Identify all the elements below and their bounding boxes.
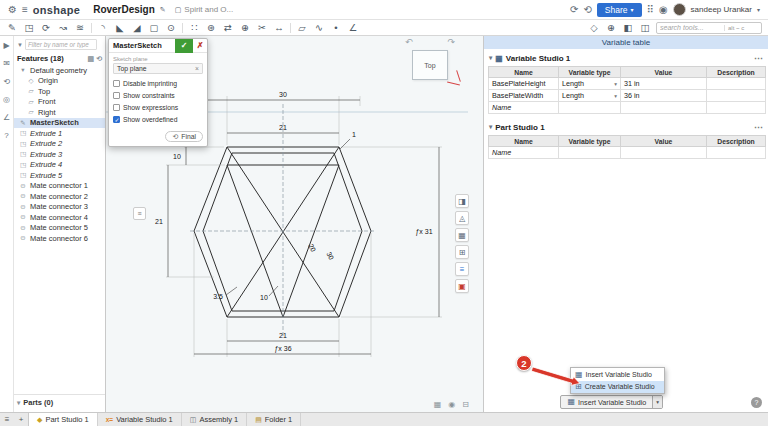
fillet-icon[interactable]: ◝	[97, 22, 109, 33]
plane-icon[interactable]: ▱	[296, 22, 308, 33]
dimension-label[interactable]: 1	[352, 131, 356, 138]
shell-icon[interactable]: ▢	[148, 22, 160, 33]
loft-icon[interactable]: ≋	[74, 22, 86, 33]
dimension-label[interactable]: 21	[279, 124, 287, 131]
split-icon[interactable]: ✂	[256, 22, 268, 33]
tab-assembly-1[interactable]: ◫ Assembly 1	[182, 413, 247, 426]
variable-value-cell[interactable]	[621, 147, 707, 159]
tree-item-mate-connector-6[interactable]: ⊙Mate connector 6	[14, 233, 105, 244]
tree-item-extrude-1[interactable]: ◳Extrude 1	[14, 128, 105, 139]
menu-item-insert-variable-studio[interactable]: ▦ Insert Variable Studio	[571, 368, 664, 381]
tree-item-mate-connector-3[interactable]: ⊙Mate connector 3	[14, 202, 105, 213]
user-name[interactable]: sandeep Urankar	[691, 5, 752, 14]
history-icon[interactable]: ⟲	[583, 5, 591, 15]
sync-status-icon[interactable]: ⟳	[570, 5, 578, 15]
rollback-icon[interactable]: ⟲	[96, 55, 102, 62]
variable-description-cell[interactable]	[707, 147, 766, 159]
tab-manager-icon[interactable]: ≡	[0, 413, 14, 426]
filter-funnel-icon[interactable]: ▼	[17, 42, 23, 48]
linear-pattern-icon[interactable]: ∷	[188, 22, 200, 33]
variable-type-cell[interactable]	[559, 147, 621, 159]
hole-icon[interactable]: ⊙	[165, 22, 177, 33]
chevron-down-icon[interactable]: ▾	[19, 66, 27, 74]
type-dropdown-icon[interactable]: ▾	[614, 93, 617, 99]
point-icon[interactable]: •	[330, 22, 342, 33]
checkbox-icon[interactable]	[113, 92, 120, 99]
menu-item-create-variable-studio[interactable]: ⊞ Create Variable Studio	[571, 381, 664, 394]
column-header[interactable]: Variable type	[559, 136, 621, 147]
section-variable-studio-1[interactable]: ▾ ▦ Variable Studio 1 ⋯	[484, 49, 768, 65]
column-header[interactable]: Name	[489, 136, 559, 147]
list-view-icon[interactable]: ▤	[88, 55, 95, 62]
variable-type-cell[interactable]	[559, 102, 621, 114]
breadcrumb[interactable]: ▢ Spirit and O...	[175, 5, 234, 14]
document-title[interactable]: RoverDesign	[93, 4, 155, 15]
avatar[interactable]	[673, 3, 686, 16]
view-orientation-icon[interactable]: ◇	[588, 22, 600, 33]
section-menu-icon[interactable]: ⋯	[754, 53, 763, 63]
variable-description-cell[interactable]	[707, 90, 766, 102]
column-header[interactable]: Name	[489, 67, 559, 78]
circular-pattern-icon[interactable]: ⊛	[205, 22, 217, 33]
dimension-label[interactable]: 20	[307, 243, 317, 253]
named-views-icon[interactable]: ▦	[455, 228, 469, 242]
checkbox-icon[interactable]	[113, 80, 120, 87]
search-tools-input[interactable]	[660, 24, 722, 31]
tab-part-studio-1[interactable]: ◆ Part Studio 1	[28, 413, 98, 426]
new-variable-name-cell[interactable]: Name	[489, 102, 559, 114]
comment-icon[interactable]: ✉	[3, 59, 10, 68]
brace-triangle[interactable]	[227, 165, 339, 317]
dimension-label[interactable]: 30	[325, 251, 335, 261]
variable-type-cell[interactable]: Length▾	[559, 78, 621, 90]
dimension-label[interactable]: 10	[260, 294, 268, 301]
cancel-button[interactable]: ✗	[193, 39, 207, 53]
tree-item-mate-connector-2[interactable]: ⊙Mate connector 2	[14, 191, 105, 202]
variable-description-cell[interactable]	[707, 102, 766, 114]
help-icon[interactable]: ?	[4, 131, 8, 140]
section-view-icon[interactable]: ◧	[622, 22, 634, 33]
tree-item-extrude-2[interactable]: ◳Extrude 2	[14, 139, 105, 150]
chevron-down-icon[interactable]: ▾	[489, 123, 492, 131]
variable-value-cell[interactable]	[621, 102, 707, 114]
record-icon[interactable]: ◉	[448, 400, 455, 409]
search-tools-box[interactable]: alt ~ c	[656, 22, 762, 34]
sketch-geometry[interactable]	[194, 147, 371, 317]
tree-item-top-plane[interactable]: ▱ Top	[14, 86, 105, 97]
variable-name-cell[interactable]: BasePlateHeight	[489, 78, 559, 90]
apps-grid-icon[interactable]: ⠿	[647, 5, 654, 15]
dimension-label[interactable]: ƒx 31	[415, 228, 432, 236]
chevron-down-icon[interactable]: ▾	[17, 399, 20, 407]
measure-icon[interactable]: ∠	[347, 22, 359, 33]
main-menu-icon[interactable]: ≡	[22, 5, 28, 15]
dimension-label[interactable]: 30	[279, 91, 287, 98]
panel-help-icon[interactable]: ?	[751, 397, 762, 408]
extrude-icon[interactable]: ◳	[23, 22, 35, 33]
transform-icon[interactable]: ↔	[273, 22, 285, 33]
type-dropdown-icon[interactable]: ▾	[614, 81, 617, 87]
follow-mode-icon[interactable]: ◎	[3, 95, 10, 104]
tab-variable-studio-1[interactable]: x= Variable Studio 1	[98, 413, 182, 426]
versions-icon[interactable]: ⟲	[3, 77, 10, 86]
draft-icon[interactable]: ◢	[131, 22, 143, 33]
confirm-button[interactable]: ✓	[175, 39, 193, 53]
tree-item-mate-connector-4[interactable]: ⊙Mate connector 4	[14, 212, 105, 223]
sketch-tools-handle[interactable]: ≡	[133, 207, 146, 220]
dimension-label[interactable]: 10	[173, 153, 181, 160]
tree-item-front-plane[interactable]: ▱ Front	[14, 97, 105, 108]
filter-input[interactable]	[25, 39, 97, 50]
measure-icon[interactable]: ∠	[3, 113, 10, 122]
option-show-expressions[interactable]: Show expressions	[109, 101, 207, 113]
share-button[interactable]: Share ▾	[597, 3, 642, 17]
revolve-icon[interactable]: ⟳	[40, 22, 52, 33]
sketch-plane-chip[interactable]: Top plane ×	[113, 63, 203, 74]
cursor-select-icon[interactable]: ▶	[3, 41, 9, 50]
rotate-left-icon[interactable]: ↶	[405, 37, 413, 47]
add-tab-icon[interactable]: +	[14, 413, 28, 426]
dimension-label[interactable]: 21	[155, 218, 163, 225]
tree-item-mastersketch[interactable]: ✎ MasterSketch	[14, 118, 105, 129]
rename-document-icon[interactable]: ✎	[160, 6, 166, 13]
tree-item-mate-connector-5[interactable]: ⊙Mate connector 5	[14, 223, 105, 234]
chamfer-icon[interactable]: ◣	[114, 22, 126, 33]
variable-description-cell[interactable]	[707, 78, 766, 90]
dimension-label[interactable]: 3.5	[213, 293, 223, 300]
